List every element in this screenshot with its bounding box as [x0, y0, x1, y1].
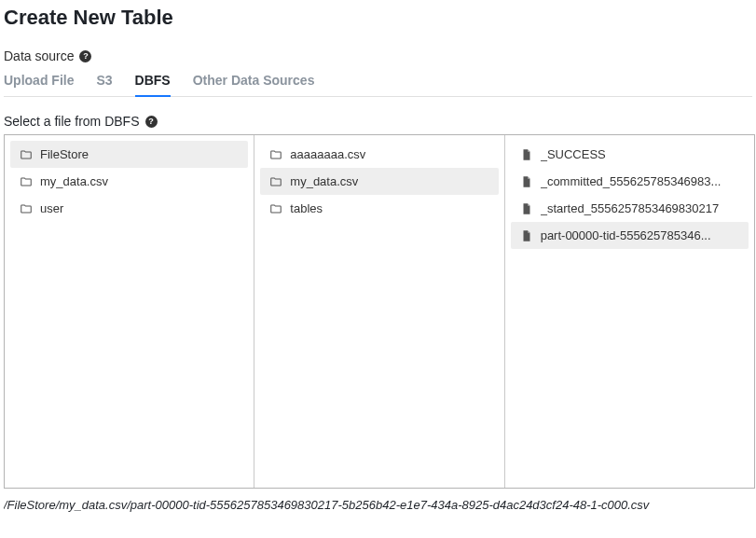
folder-item[interactable]: aaaaaaaa.csv: [260, 141, 498, 168]
item-label: my_data.csv: [290, 174, 358, 188]
help-icon[interactable]: ?: [79, 50, 91, 62]
folder-item[interactable]: FileStore: [10, 141, 248, 168]
file-icon: [520, 148, 533, 161]
page-title: Create New Table: [4, 6, 752, 30]
folder-icon: [20, 175, 33, 188]
selected-path: /FileStore/my_data.csv/part-00000-tid-55…: [4, 498, 752, 512]
browser-column-1: FileStore my_data.csv user: [5, 135, 254, 488]
data-source-tabs: Upload File S3 DBFS Other Data Sources: [4, 73, 752, 97]
file-item[interactable]: _started_5556257853469830217: [511, 195, 749, 222]
help-icon[interactable]: ?: [145, 116, 158, 128]
file-item[interactable]: _SUCCESS: [511, 141, 749, 168]
browser-column-2: aaaaaaaa.csv my_data.csv tables: [254, 135, 504, 488]
tab-s3[interactable]: S3: [96, 73, 112, 97]
item-label: my_data.csv: [40, 174, 108, 188]
folder-item[interactable]: my_data.csv: [10, 168, 248, 195]
item-label: _SUCCESS: [541, 147, 606, 161]
folder-icon: [20, 202, 33, 215]
select-file-prompt: Select a file from DBFS ?: [4, 114, 752, 129]
tab-other-data-sources[interactable]: Other Data Sources: [193, 73, 315, 97]
item-label: aaaaaaaa.csv: [290, 147, 365, 161]
data-source-label-text: Data source: [4, 48, 74, 63]
item-label: _started_5556257853469830217: [541, 201, 720, 215]
tab-upload-file[interactable]: Upload File: [4, 73, 74, 97]
data-source-label: Data source ?: [4, 48, 752, 63]
file-icon: [520, 229, 533, 242]
select-file-prompt-text: Select a file from DBFS: [4, 114, 140, 129]
tab-dbfs[interactable]: DBFS: [135, 73, 171, 97]
folder-icon: [20, 148, 33, 161]
item-label: part-00000-tid-555625785346...: [541, 228, 711, 242]
folder-item[interactable]: my_data.csv: [260, 168, 498, 195]
item-label: FileStore: [40, 147, 89, 161]
folder-icon: [269, 202, 282, 215]
dbfs-file-browser: FileStore my_data.csv user aaaaaaaa.csv …: [4, 134, 755, 489]
folder-item[interactable]: user: [10, 195, 248, 222]
item-label: user: [40, 201, 63, 215]
file-icon: [520, 175, 533, 188]
file-item[interactable]: _committed_555625785346983...: [511, 168, 749, 195]
folder-item[interactable]: tables: [260, 195, 498, 222]
item-label: tables: [290, 201, 323, 215]
browser-column-3: _SUCCESS _committed_555625785346983... _…: [505, 135, 754, 488]
folder-icon: [269, 175, 282, 188]
folder-icon: [269, 148, 282, 161]
file-icon: [520, 202, 533, 215]
file-item[interactable]: part-00000-tid-555625785346...: [511, 222, 749, 249]
item-label: _committed_555625785346983...: [541, 174, 722, 188]
